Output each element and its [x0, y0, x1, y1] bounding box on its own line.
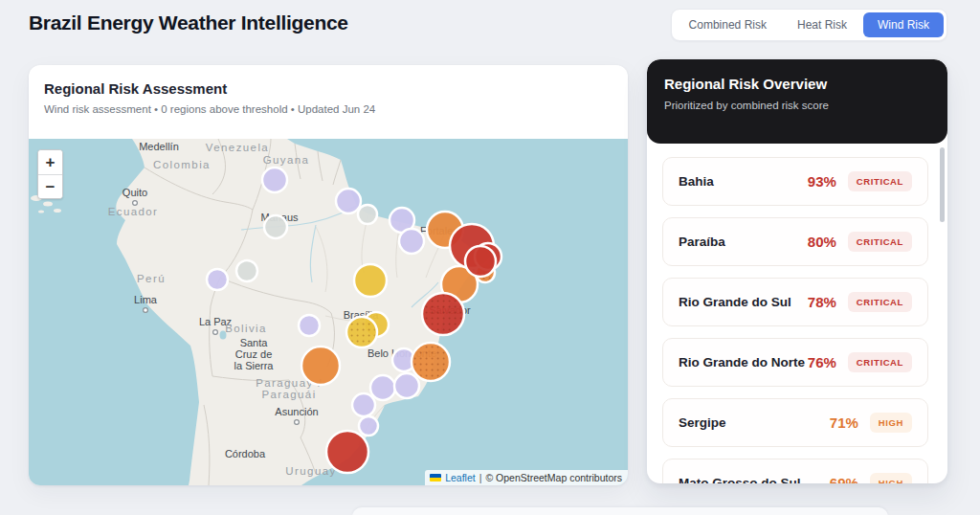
region-level-badge: HIGH — [870, 473, 912, 483]
region-list: Bahia 93% CRITICAL Paraíba 80% CRITICAL … — [647, 144, 947, 483]
map-label-quito: Quito — [122, 187, 147, 198]
map-label-bolivia: Bolivia — [225, 323, 267, 334]
risk-bubble-risk_medium[interactable] — [354, 264, 387, 297]
brazil-risk-map: MedellínVenezuelaColombiaGuyanaQuitoEcua… — [29, 139, 628, 485]
risk-bubble-dot-pattern — [413, 345, 448, 379]
zoom-out-button[interactable]: − — [38, 174, 62, 198]
map-label-cruz-de: Cruz de — [235, 348, 273, 360]
region-row[interactable]: Mato Grosso do Sul 69% HIGH — [662, 459, 928, 483]
map-label-guyana: Guyana — [263, 154, 310, 166]
map-label-venezuela: Venezuela — [206, 142, 269, 153]
regional-risk-overview-panel: Regional Risk Overview Prioritized by co… — [647, 59, 947, 483]
landmass-south-america — [116, 139, 474, 485]
risk-bubble-risk_critical[interactable] — [465, 246, 496, 277]
region-row[interactable]: Paraíba 80% CRITICAL — [662, 217, 928, 266]
risk-bubble-risk_none[interactable] — [236, 260, 257, 281]
risk-bubble-risk_none[interactable] — [358, 205, 377, 224]
tab-heat-risk[interactable]: Heat Risk — [783, 12, 861, 37]
risk-bubble-risk_low[interactable] — [399, 229, 424, 254]
risk-bubble-risk_low[interactable] — [370, 375, 395, 400]
attribution-separator: | — [479, 472, 482, 483]
tab-wind-risk[interactable]: Wind Risk — [863, 12, 944, 37]
region-name: Rio Grande do Sul — [679, 295, 791, 309]
risk-bubble-dot-pattern — [348, 319, 375, 346]
city-marker-icon — [295, 420, 300, 425]
map-label-per-: Perú — [137, 273, 166, 284]
map-label-asunci-n: Asunción — [275, 406, 318, 417]
region-row[interactable]: Rio Grande do Sul 78% CRITICAL — [662, 278, 928, 326]
map-label-lima: Lima — [134, 294, 158, 305]
region-row[interactable]: Sergipe 71% HIGH — [662, 398, 928, 447]
city-marker-icon — [144, 308, 148, 313]
list-scrollbar-thumb[interactable] — [940, 147, 945, 222]
region-name: Paraíba — [679, 235, 725, 249]
map-label-paragu-i: Paraguái — [261, 389, 316, 400]
osm-contributors-link[interactable]: © OpenStreetMap contributors — [485, 472, 622, 483]
map-label-uruguay: Uruguay — [285, 465, 336, 477]
risk-bubble-risk_low[interactable] — [394, 373, 419, 398]
region-score: 78% — [808, 294, 836, 310]
leaflet-link[interactable]: Leaflet — [445, 472, 476, 483]
region-row[interactable]: Bahia 93% CRITICAL — [662, 157, 928, 206]
tab-combined-risk[interactable]: Combined Risk — [675, 12, 781, 37]
region-row[interactable]: Rio Grande do Norte 76% CRITICAL — [662, 338, 928, 387]
zoom-in-button[interactable]: + — [38, 150, 62, 174]
overview-title: Regional Risk Overview — [664, 76, 930, 92]
region-name: Mato Grosso do Sul — [679, 476, 801, 483]
region-level-badge: HIGH — [870, 413, 912, 433]
region-score: 76% — [808, 354, 836, 370]
risk-bubble-risk_low[interactable] — [207, 269, 228, 290]
risk-bubble-risk_high[interactable] — [301, 347, 340, 385]
risk-bubble-risk_low[interactable] — [336, 189, 361, 213]
ukraine-flag-icon — [430, 474, 441, 481]
map-label-medell-n: Medellín — [139, 141, 179, 152]
region-name: Rio Grande do Norte — [679, 355, 805, 369]
region-level-badge: CRITICAL — [848, 292, 912, 312]
risk-bubble-risk_critical[interactable] — [326, 431, 368, 473]
risk-bubble-risk_low[interactable] — [352, 393, 375, 416]
map-label-santa: Santa — [240, 337, 269, 348]
map-label-ecuador: Ecuador — [108, 206, 159, 217]
map-label-c-rdoba: Córdoba — [225, 448, 266, 459]
overview-subtitle: Prioritized by combined risk score — [664, 100, 930, 111]
region-score: 69% — [830, 475, 858, 483]
risk-bubble-risk_low[interactable] — [262, 168, 287, 192]
risk-mode-tabs: Combined RiskHeat RiskWind Risk — [671, 9, 947, 41]
next-card-top-edge — [352, 507, 888, 515]
region-score: 80% — [808, 234, 836, 250]
city-marker-icon — [133, 201, 138, 206]
region-name: Bahia — [679, 174, 714, 189]
regional-risk-assessment-card: Regional Risk Assessment Wind risk asses… — [29, 65, 628, 485]
risk-bubble-risk_low[interactable] — [299, 315, 320, 336]
region-score: 93% — [808, 173, 836, 190]
region-level-badge: CRITICAL — [848, 171, 912, 191]
map-label-colombia: Colombia — [153, 159, 211, 170]
page-title: Brazil Energy Weather Intelligence — [29, 11, 348, 34]
leaflet-map[interactable]: MedellínVenezuelaColombiaGuyanaQuitoEcua… — [29, 139, 628, 485]
map-attribution: Leaflet | © OpenStreetMap contributors — [425, 470, 628, 485]
region-level-badge: CRITICAL — [848, 352, 912, 372]
map-label-la-sierra: la Sierra — [234, 360, 275, 371]
map-card-title: Regional Risk Assessment — [44, 80, 612, 97]
region-name: Sergipe — [679, 415, 726, 430]
city-marker-icon — [213, 330, 218, 335]
region-level-badge: CRITICAL — [848, 232, 912, 252]
region-score: 71% — [830, 414, 858, 431]
overview-header: Regional Risk Overview Prioritized by co… — [647, 59, 947, 144]
map-zoom-control: + − — [37, 149, 63, 199]
risk-bubble-risk_low[interactable] — [359, 416, 378, 436]
risk-bubble-risk_none[interactable] — [264, 215, 287, 238]
risk-bubble-dot-pattern — [424, 295, 462, 333]
map-card-subtitle: Wind risk assessment • 0 regions above t… — [44, 103, 612, 115]
